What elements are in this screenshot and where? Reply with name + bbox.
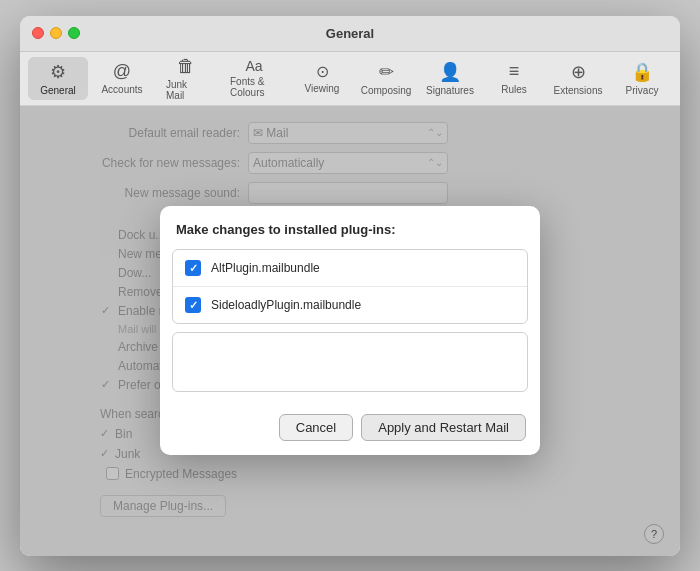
toolbar-label-rules: Rules — [501, 84, 527, 95]
toolbar-item-general[interactable]: ⚙ General — [28, 57, 88, 100]
viewing-icon: ⊙ — [316, 62, 329, 81]
composing-icon: ✏ — [379, 61, 394, 83]
content-area: Default email reader: ✉ Mail ⌃⌄ Check fo… — [20, 106, 680, 556]
close-button[interactable] — [32, 27, 44, 39]
window-title: General — [326, 26, 374, 41]
cancel-button[interactable]: Cancel — [279, 414, 353, 441]
accounts-icon: @ — [113, 61, 131, 82]
plugin-empty-area — [172, 332, 528, 392]
toolbar-item-junk-mail[interactable]: 🗑 Junk Mail — [156, 52, 216, 105]
toolbar-item-rules[interactable]: ≡ Rules — [484, 57, 544, 99]
toolbar-label-accounts: Accounts — [101, 84, 142, 95]
maximize-button[interactable] — [68, 27, 80, 39]
fonts-icon: Aa — [245, 58, 262, 74]
toolbar-item-extensions[interactable]: ⊕ Extensions — [548, 57, 608, 100]
toolbar: ⚙ General @ Accounts 🗑 Junk Mail Aa Font… — [20, 52, 680, 106]
toolbar-item-viewing[interactable]: ⊙ Viewing — [292, 58, 352, 98]
junk-mail-icon: 🗑 — [177, 56, 195, 77]
toolbar-label-general: General — [40, 85, 76, 96]
toolbar-item-signatures[interactable]: 👤 Signatures — [420, 57, 480, 100]
toolbar-label-extensions: Extensions — [554, 85, 603, 96]
toolbar-item-fonts-colours[interactable]: Aa Fonts & Colours — [220, 54, 288, 102]
plugin-name-alt: AltPlugin.mailbundle — [211, 261, 320, 275]
extensions-icon: ⊕ — [571, 61, 586, 83]
toolbar-label-composing: Composing — [361, 85, 412, 96]
modal-title: Make changes to installed plug-ins: — [160, 206, 540, 249]
minimize-button[interactable] — [50, 27, 62, 39]
traffic-lights — [32, 27, 80, 39]
main-window: General ⚙ General @ Accounts 🗑 Junk Mail… — [20, 16, 680, 556]
modal-overlay: Make changes to installed plug-ins: AltP… — [20, 106, 680, 556]
rules-icon: ≡ — [509, 61, 520, 82]
toolbar-label-junk-mail: Junk Mail — [166, 79, 206, 101]
general-icon: ⚙ — [50, 61, 66, 83]
toolbar-item-composing[interactable]: ✏ Composing — [356, 57, 416, 100]
toolbar-item-accounts[interactable]: @ Accounts — [92, 57, 152, 99]
plugin-item-sideloadly: SideloadlyPlugin.mailbundle — [173, 287, 527, 323]
plugin-name-sideloadly: SideloadlyPlugin.mailbundle — [211, 298, 361, 312]
plugin-list: AltPlugin.mailbundle SideloadlyPlugin.ma… — [172, 249, 528, 324]
plugin-checkbox-alt[interactable] — [185, 260, 201, 276]
plugins-modal: Make changes to installed plug-ins: AltP… — [160, 206, 540, 455]
privacy-icon: 🔒 — [631, 61, 653, 83]
plugin-checkbox-sideloadly[interactable] — [185, 297, 201, 313]
plugin-item-alt: AltPlugin.mailbundle — [173, 250, 527, 287]
toolbar-label-privacy: Privacy — [626, 85, 659, 96]
signatures-icon: 👤 — [439, 61, 461, 83]
modal-footer: Cancel Apply and Restart Mail — [160, 404, 540, 455]
toolbar-label-fonts: Fonts & Colours — [230, 76, 278, 98]
toolbar-label-signatures: Signatures — [426, 85, 474, 96]
toolbar-item-privacy[interactable]: 🔒 Privacy — [612, 57, 672, 100]
titlebar: General — [20, 16, 680, 52]
apply-restart-button[interactable]: Apply and Restart Mail — [361, 414, 526, 441]
toolbar-label-viewing: Viewing — [305, 83, 340, 94]
